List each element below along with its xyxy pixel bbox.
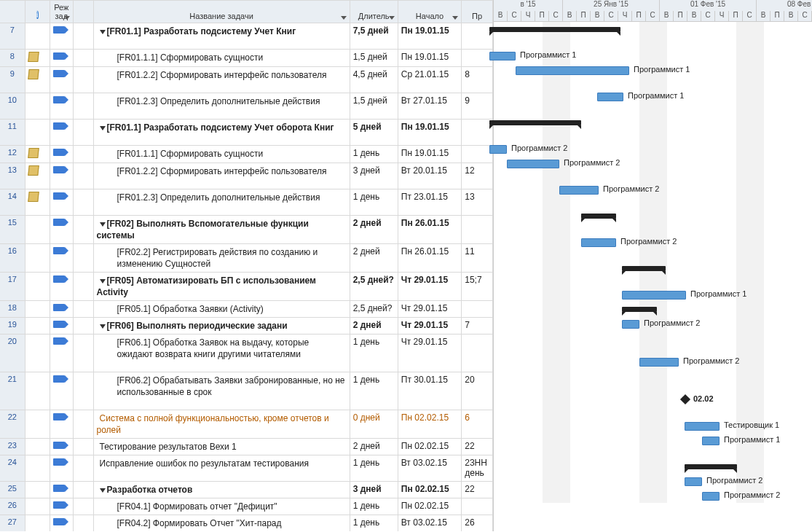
start-cell[interactable]: Ср 21.01.15 [398, 67, 461, 93]
row-number[interactable]: 16 [0, 244, 25, 273]
pred-cell[interactable] [462, 23, 493, 50]
table-row[interactable]: 14[FR01.2.3] Определить дополнительные д… [0, 189, 493, 216]
pred-cell[interactable]: 13 [462, 189, 493, 216]
pred-cell[interactable] [462, 498, 493, 515]
pred-cell[interactable]: 23НН день [462, 455, 493, 482]
table-row[interactable]: 10[FR01.2.3] Определить дополнительные д… [0, 93, 493, 120]
duration-cell[interactable]: 2 дней [350, 216, 398, 244]
start-cell[interactable]: Пн 19.01.15 [398, 23, 461, 50]
task-bar[interactable] [702, 437, 720, 445]
start-cell[interactable]: Чт 29.01.15 [398, 301, 461, 318]
start-cell[interactable]: Пн 26.01.15 [398, 244, 461, 273]
pred-cell[interactable]: 11 [462, 244, 493, 273]
pred-cell[interactable]: 22 [462, 482, 493, 498]
task-bar[interactable] [639, 358, 679, 367]
task-name-cell[interactable]: [FR04.2] Формировать Отчет "Хит-парад [93, 515, 350, 532]
duration-cell[interactable]: 7,5 дней [350, 23, 398, 50]
col-start[interactable]: Начало [398, 1, 461, 23]
start-cell[interactable]: Пн 19.01.15 [398, 120, 461, 146]
duration-cell[interactable]: 2 дней [350, 318, 398, 335]
task-bar[interactable] [559, 186, 599, 195]
duration-cell[interactable]: 1 день [350, 146, 398, 163]
start-cell[interactable]: Вт 03.02.15 [398, 515, 461, 532]
row-number[interactable]: 8 [0, 50, 25, 67]
table-row[interactable]: 12[FR01.1.1] Сформировать сущности1 день… [0, 146, 493, 163]
duration-cell[interactable]: 2,5 дней? [350, 301, 398, 318]
row-number[interactable]: 27 [0, 515, 25, 532]
row-number[interactable]: 24 [0, 455, 25, 482]
task-name-cell[interactable]: [FR02.2] Регистрировать действия по созд… [93, 244, 350, 273]
col-duration[interactable]: Длитель [350, 1, 398, 23]
gantt-chart[interactable]: в '1525 Янв '1501 Фев '1508 Фев '15 ВСЧП… [494, 0, 812, 531]
table-row[interactable]: 17[FR05] Автоматизировать БП с использов… [0, 273, 493, 301]
task-bar[interactable] [516, 66, 629, 75]
task-name-cell[interactable]: Разработка отчетов [93, 482, 350, 498]
duration-cell[interactable]: 3 дней [350, 163, 398, 189]
row-number[interactable]: 25 [0, 482, 25, 498]
start-cell[interactable]: Чт 29.01.15 [398, 318, 461, 335]
row-number[interactable]: 18 [0, 301, 25, 318]
task-bar[interactable] [685, 477, 702, 486]
table-row[interactable]: 13[FR01.2.2] Сформировать интерфейс поль… [0, 163, 493, 189]
task-bar[interactable] [702, 492, 720, 501]
task-bar[interactable] [489, 145, 507, 154]
summary-bar[interactable] [489, 27, 620, 32]
row-number[interactable]: 12 [0, 146, 25, 163]
table-row[interactable]: 11[FR01.1] Разработать подсистему Учет о… [0, 120, 493, 146]
col-indicator[interactable] [73, 1, 93, 23]
pred-cell[interactable] [462, 120, 493, 146]
duration-cell[interactable]: 1 день [350, 515, 398, 532]
pred-cell[interactable]: 9 [462, 93, 493, 120]
table-row[interactable]: 27[FR04.2] Формировать Отчет "Хит-парад1… [0, 515, 493, 532]
start-cell[interactable]: Пн 19.01.15 [398, 146, 461, 163]
task-name-cell[interactable]: [FR04.1] Формировать отчет "Дефицит" [93, 498, 350, 515]
duration-cell[interactable]: 1 день [350, 189, 398, 216]
start-cell[interactable]: Пн 02.02.15 [398, 410, 461, 439]
start-cell[interactable]: Пн 19.01.15 [398, 50, 461, 67]
row-number[interactable]: 9 [0, 67, 25, 93]
start-cell[interactable]: Пн 02.02.15 [398, 439, 461, 455]
table-row[interactable]: 16[FR02.2] Регистрировать действия по со… [0, 244, 493, 273]
pred-cell[interactable]: 6 [462, 410, 493, 439]
task-name-cell[interactable]: [FR02] Выполнять Вспомогательные функции… [93, 216, 350, 244]
task-name-cell[interactable]: [FR01.2.2] Сформировать интерфейс пользо… [93, 67, 350, 93]
task-bar[interactable] [581, 238, 616, 247]
task-name-cell[interactable]: [FR05] Автоматизировать БП с использован… [93, 273, 350, 301]
table-row[interactable]: 18[FR05.1] Обработка Заявки (Activity)2,… [0, 301, 493, 318]
duration-cell[interactable]: 1 день [350, 498, 398, 515]
task-name-cell[interactable]: [FR01.1.1] Сформировать сущности [93, 50, 350, 67]
duration-cell[interactable]: 4,5 дней [350, 67, 398, 93]
pred-cell[interactable]: 15;7 [462, 273, 493, 301]
col-taskname[interactable]: Название задачи [93, 1, 350, 23]
task-name-cell[interactable]: [FR01.1] Разработать подсистему Учет обо… [93, 120, 350, 146]
task-name-cell[interactable]: [FR06.2] Обрабатывать Заявки забронирова… [93, 372, 350, 410]
task-bar[interactable] [622, 320, 639, 329]
row-number[interactable]: 15 [0, 216, 25, 244]
start-cell[interactable]: Пн 26.01.15 [398, 216, 461, 244]
collapse-icon[interactable] [100, 30, 106, 34]
summary-bar[interactable] [581, 214, 616, 219]
table-row[interactable]: 24Исправление ошибок по результатам тест… [0, 455, 493, 482]
pred-cell[interactable] [462, 216, 493, 244]
task-bar[interactable] [489, 52, 516, 60]
pred-cell[interactable]: 8 [462, 67, 493, 93]
row-number[interactable]: 7 [0, 23, 25, 50]
task-name-cell[interactable]: [FR01.2.3] Определить дополнительные дей… [93, 93, 350, 120]
table-row[interactable]: 9[FR01.2.2] Сформировать интерфейс польз… [0, 67, 493, 93]
table-row[interactable]: 22Система с полной функциональностью, кр… [0, 410, 493, 439]
pred-cell[interactable]: 12 [462, 163, 493, 189]
summary-bar[interactable] [685, 464, 737, 469]
task-grid[interactable]: i Реж зад Название задачи Длитель Начало… [0, 0, 494, 531]
row-number[interactable]: 26 [0, 498, 25, 515]
collapse-icon[interactable] [100, 279, 106, 283]
task-name-cell[interactable]: [FR01.1.1] Сформировать сущности [93, 146, 350, 163]
table-row[interactable]: 19[FR06] Выполнять периодические задани2… [0, 318, 493, 335]
collapse-icon[interactable] [100, 222, 106, 227]
pred-cell[interactable] [462, 301, 493, 318]
summary-bar[interactable] [622, 307, 657, 312]
start-cell[interactable]: Пн 02.02.15 [398, 482, 461, 498]
milestone-marker[interactable] [680, 394, 690, 404]
pred-cell[interactable] [462, 146, 493, 163]
task-bar[interactable] [597, 93, 623, 101]
row-number[interactable]: 19 [0, 318, 25, 335]
